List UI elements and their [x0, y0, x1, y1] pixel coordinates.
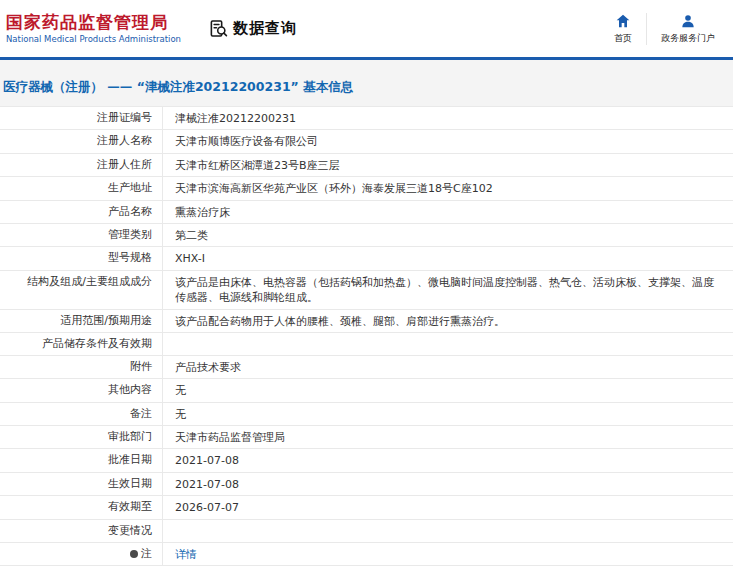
table-row: 适用范围/预期用途 该产品配合药物用于人体的腰椎、颈椎、腿部、肩部进行熏蒸治疗。: [0, 310, 733, 333]
site-header: 国家药品监督管理局 National Medical Products Admi…: [0, 0, 733, 57]
page-title: 医疗器械（注册） —— “津械注准20212200231” 基本信息: [3, 79, 353, 94]
row-label: 注: [0, 543, 163, 565]
row-value: 无: [163, 403, 733, 425]
table-row-note: 注 详情: [0, 543, 733, 566]
section-title: 数据查询: [233, 19, 297, 38]
row-value: 该产品配合药物用于人体的腰椎、颈椎、腿部、肩部进行熏蒸治疗。: [163, 310, 733, 332]
row-value: 第二类: [163, 224, 733, 246]
row-label: 注册人名称: [0, 130, 163, 152]
row-label: 其他内容: [0, 379, 163, 401]
table-row: 注册人住所 天津市红桥区湘潭道23号B座三层: [0, 154, 733, 177]
person-icon: [680, 13, 696, 29]
row-label: 生效日期: [0, 473, 163, 495]
nav-home-label: 首页: [614, 32, 632, 45]
row-label: 注册证编号: [0, 107, 163, 129]
nav-portal[interactable]: 政务服务门户: [646, 13, 729, 45]
table-row: 批准日期 2021-07-08: [0, 449, 733, 472]
table-row: 其他内容 无: [0, 379, 733, 402]
row-label: 型号规格: [0, 247, 163, 269]
nav-portal-label: 政务服务门户: [661, 32, 715, 45]
table-row: 结构及组成/主要组成成分 该产品是由床体、电热容器（包括药锅和加热盘）、微电脑时…: [0, 271, 733, 310]
row-value: 熏蒸治疗床: [163, 201, 733, 223]
table-row: 附件 产品技术要求: [0, 356, 733, 379]
row-label: 备注: [0, 403, 163, 425]
row-label: 管理类别: [0, 224, 163, 246]
nav-home[interactable]: 首页: [600, 13, 646, 45]
row-value: 天津市药品监督管理局: [163, 426, 733, 448]
row-label: 产品名称: [0, 201, 163, 223]
row-label: 适用范围/预期用途: [0, 310, 163, 332]
header-nav: 首页 政务服务门户: [600, 13, 733, 45]
row-label: 生产地址: [0, 177, 163, 199]
page-title-band: 医疗器械（注册） —— “津械注准20212200231” 基本信息: [0, 60, 733, 106]
table-row: 管理类别 第二类: [0, 224, 733, 247]
row-label: 审批部门: [0, 426, 163, 448]
table-row: 生产地址 天津市滨海高新区华苑产业区（环外）海泰发展三道18号C座102: [0, 177, 733, 200]
row-label: 附件: [0, 356, 163, 378]
row-value: 详情: [163, 543, 733, 565]
note-icon: [130, 550, 138, 558]
row-label: 注册人住所: [0, 154, 163, 176]
row-value: 天津市滨海高新区华苑产业区（环外）海泰发展三道18号C座102: [163, 177, 733, 199]
table-row: 变更情况: [0, 520, 733, 543]
table-row: 注册证编号 津械注准20212200231: [0, 107, 733, 130]
row-value: 产品技术要求: [163, 356, 733, 378]
table-row: 产品储存条件及有效期: [0, 333, 733, 356]
row-value: 无: [163, 379, 733, 401]
table-row: 有效期至 2026-07-07: [0, 496, 733, 519]
table-row: 备注 无: [0, 403, 733, 426]
data-query-icon: [209, 19, 228, 38]
table-row: 审批部门 天津市药品监督管理局: [0, 426, 733, 449]
row-value: [163, 520, 733, 542]
data-query-section: 数据查询: [209, 19, 297, 38]
logo-title: 国家药品监督管理局: [6, 13, 181, 32]
row-label: 有效期至: [0, 496, 163, 518]
row-value: 天津市顺博医疗设备有限公司: [163, 130, 733, 152]
row-value: 2021-07-08: [163, 449, 733, 471]
row-label: 产品储存条件及有效期: [0, 333, 163, 355]
nmpa-logo: 国家药品监督管理局 National Medical Products Admi…: [0, 13, 181, 44]
table-row: 产品名称 熏蒸治疗床: [0, 201, 733, 224]
row-value: 天津市红桥区湘潭道23号B座三层: [163, 154, 733, 176]
logo-subtitle: National Medical Products Administration: [6, 35, 181, 44]
row-label: 批准日期: [0, 449, 163, 471]
row-label: 变更情况: [0, 520, 163, 542]
row-value: 津械注准20212200231: [163, 107, 733, 129]
row-value: 2021-07-08: [163, 473, 733, 495]
row-value: 2026-07-07: [163, 496, 733, 518]
row-value: [163, 333, 733, 355]
detail-link[interactable]: 详情: [175, 548, 197, 561]
info-table: 注册证编号 津械注准20212200231 注册人名称 天津市顺博医疗设备有限公…: [0, 106, 733, 566]
table-row: 生效日期 2021-07-08: [0, 473, 733, 496]
row-value: 该产品是由床体、电热容器（包括药锅和加热盘）、微电脑时间温度控制器、热气仓、活动…: [163, 271, 733, 309]
table-row: 型号规格 XHX-Ⅰ: [0, 247, 733, 270]
row-label-text: 注: [141, 547, 152, 560]
table-row: 注册人名称 天津市顺博医疗设备有限公司: [0, 130, 733, 153]
row-value: XHX-Ⅰ: [163, 247, 733, 269]
row-label: 结构及组成/主要组成成分: [0, 271, 163, 309]
home-icon: [615, 13, 631, 29]
